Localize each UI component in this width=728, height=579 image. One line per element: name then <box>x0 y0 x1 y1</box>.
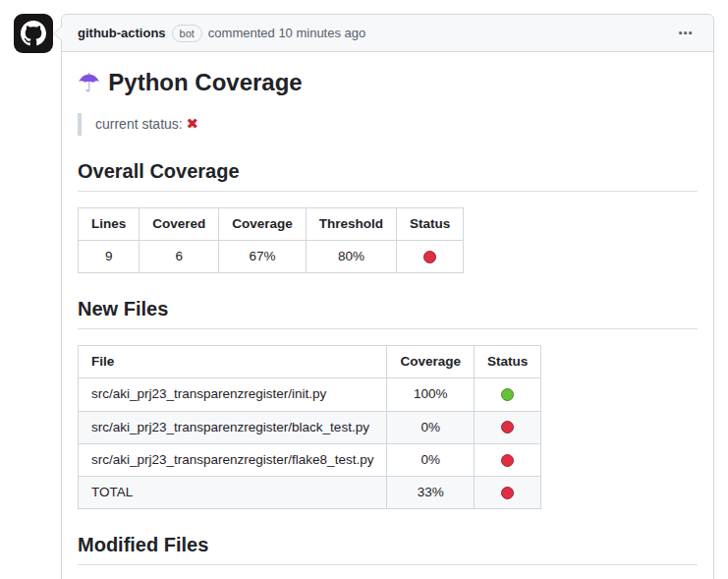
column-header: Lines <box>79 207 140 240</box>
coverage-cell: 67% <box>219 240 307 272</box>
file-cell: src/aki_prj23_transparenzregister/init.p… <box>79 378 387 411</box>
lines-cell: 9 <box>79 240 140 272</box>
table-row: src/aki_prj23_transparenzregister/flake8… <box>79 443 541 476</box>
file-cell: src/aki_prj23_transparenzregister/flake8… <box>79 443 387 476</box>
table-row: 9 6 67% 80% <box>79 240 464 272</box>
overall-coverage-table: Lines Covered Coverage Threshold Status … <box>78 207 464 274</box>
status-cell <box>474 411 540 443</box>
status-cell <box>474 443 540 476</box>
bot-badge: bot <box>172 25 202 42</box>
page-title: ☂ Python Coverage <box>78 68 698 97</box>
table-row: TOTAL 33% <box>79 477 541 509</box>
status-circle-icon <box>423 251 436 263</box>
status-cell <box>397 240 464 272</box>
overall-coverage-heading: Overall Coverage <box>78 159 698 192</box>
column-header: Status <box>474 346 540 378</box>
table-header-row: Lines Covered Coverage Threshold Status <box>79 207 464 240</box>
comment-timeline-item: github-actions bot commented 10 minutes … <box>0 0 728 579</box>
comment-timestamp: commented 10 minutes ago <box>208 26 365 40</box>
modified-files-heading: Modified Files <box>78 533 698 565</box>
comment-body: ☂ Python Coverage current status: ✖ Over… <box>62 52 713 579</box>
status-circle-icon <box>501 487 514 499</box>
status-circle-icon <box>501 388 514 401</box>
status-circle-icon <box>501 454 514 467</box>
status-cell <box>474 477 540 509</box>
status-label: current status: <box>95 116 183 132</box>
kebab-menu-icon[interactable]: ⋯ <box>674 24 698 42</box>
github-logo-icon <box>21 21 46 46</box>
column-header: Covered <box>140 207 219 240</box>
new-files-table: File Coverage Status src/aki_prj23_trans… <box>78 345 541 509</box>
status-circle-icon <box>501 421 514 434</box>
file-cell: src/aki_prj23_transparenzregister/black_… <box>79 411 387 443</box>
status-cell <box>474 378 540 411</box>
coverage-cell: 0% <box>387 443 475 476</box>
current-status-quote: current status: ✖ <box>78 113 698 136</box>
table-header-row: File Coverage Status <box>79 346 541 378</box>
page-title-text: Python Coverage <box>108 68 302 97</box>
table-row: src/aki_prj23_transparenzregister/init.p… <box>79 378 541 411</box>
coverage-cell: 0% <box>387 411 475 443</box>
column-header: Status <box>397 207 464 240</box>
column-header: Coverage <box>387 346 475 378</box>
column-header: Threshold <box>306 207 396 240</box>
column-header: Coverage <box>219 207 307 240</box>
total-cell: TOTAL <box>79 477 387 509</box>
new-files-heading: New Files <box>78 297 698 329</box>
threshold-cell: 80% <box>306 240 396 272</box>
table-row: src/aki_prj23_transparenzregister/black_… <box>79 411 541 443</box>
github-actions-avatar[interactable] <box>14 14 53 53</box>
coverage-cell: 100% <box>387 378 475 411</box>
issue-comment: github-actions bot commented 10 minutes … <box>61 14 714 579</box>
covered-cell: 6 <box>140 240 219 272</box>
comment-header: github-actions bot commented 10 minutes … <box>62 15 713 52</box>
column-header: File <box>79 346 387 378</box>
coverage-cell: 33% <box>387 477 475 509</box>
cross-mark-icon: ✖ <box>187 115 199 132</box>
umbrella-icon: ☂ <box>78 70 100 95</box>
author-link[interactable]: github-actions <box>78 26 166 40</box>
